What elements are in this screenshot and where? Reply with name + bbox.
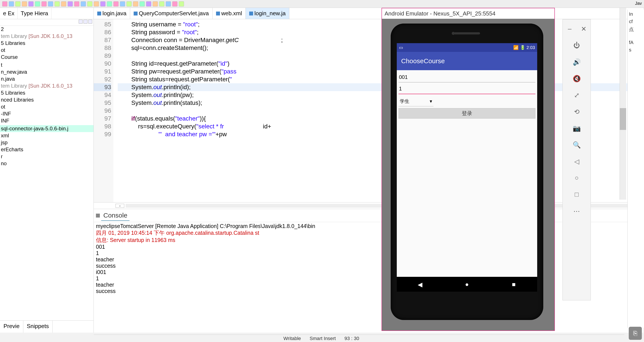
emu-screenshot-icon[interactable]: 📷 — [572, 123, 582, 133]
nav-back-icon[interactable]: ◀ — [417, 281, 423, 288]
tool-icon[interactable] — [87, 1, 92, 6]
java-file-icon — [97, 12, 101, 16]
emu-close-icon[interactable]: ✕ — [578, 24, 589, 34]
tree-item[interactable]: Course — [0, 54, 94, 60]
scroll-left-icon[interactable]: ‹ — [116, 204, 124, 208]
tool-icon[interactable] — [54, 1, 60, 6]
tool-icon[interactable] — [152, 1, 158, 6]
link-editor-icon[interactable] — [79, 20, 83, 24]
editor-tab[interactable]: web.xml — [212, 8, 246, 19]
emu-overview-icon[interactable]: □ — [572, 190, 582, 200]
console-line: 四月 01, 2019 10:45:14 下午 org.apache.catal… — [96, 229, 642, 236]
tree-item[interactable]: no — [0, 160, 94, 167]
tool-icon[interactable] — [74, 1, 79, 6]
emu-rotate-right-icon[interactable]: ⟲ — [572, 106, 582, 116]
remnant-line: s — [628, 46, 643, 54]
emu-more-icon[interactable]: ⋯ — [572, 206, 582, 216]
emu-volume-up-icon[interactable]: 🔊 — [572, 57, 582, 67]
editor-tab[interactable]: QueryComputerServlet.java — [130, 8, 212, 19]
login-button[interactable]: 登录 — [398, 108, 536, 118]
code-editor[interactable]: 858687888990919293949596979899 String us… — [94, 19, 644, 202]
tool-icon[interactable] — [22, 1, 27, 6]
tool-icon[interactable] — [2, 1, 8, 6]
collapse-all-icon[interactable] — [84, 20, 88, 24]
tree-item[interactable]: ot — [0, 103, 94, 110]
tool-icon[interactable] — [120, 1, 125, 6]
usb-tray-icon[interactable]: ⎘ — [629, 327, 642, 340]
scroll-thumb[interactable] — [620, 108, 626, 130]
emu-zoom-icon[interactable]: 🔍 — [572, 140, 582, 150]
perspective-label[interactable]: Jav — [635, 1, 642, 6]
tool-icon[interactable] — [35, 1, 40, 6]
emu-rotate-left-icon[interactable]: ⤢ — [572, 90, 582, 100]
right-v-scrollbar[interactable] — [620, 8, 626, 200]
emu-back-icon[interactable]: ◁ — [572, 156, 582, 166]
tree-item[interactable]: 5 Libraries — [0, 40, 94, 47]
tab-preview[interactable]: Previe — [0, 321, 23, 333]
tool-icon[interactable] — [140, 1, 145, 6]
tree-item[interactable]: n_new.java — [0, 68, 94, 76]
tool-icon[interactable] — [9, 1, 14, 6]
tab-snippets[interactable]: Snippets — [23, 321, 52, 333]
tab-type-hierarchy[interactable]: Type Hiera — [18, 8, 52, 19]
android-emulator-window: Android Emulator - Nexus_5X_API_25:5554 … — [382, 8, 555, 331]
view-menu-icon[interactable] — [88, 20, 92, 24]
tree-item[interactable]: sql-connector-java-5.0.6-bin.j — [0, 125, 94, 132]
phone-camera — [452, 32, 455, 35]
tool-icon[interactable] — [61, 1, 66, 6]
tree-item[interactable]: 2 — [0, 26, 94, 33]
remnant-line — [628, 37, 643, 39]
editor-area: login.javaQueryComputerServlet.javaweb.x… — [94, 8, 644, 333]
project-tree[interactable]: 2tem Library [Sun JDK 1.6.0_13 5 Librari… — [0, 26, 94, 320]
console-output[interactable]: myeclipseTomcatServer [Remote Java Appli… — [94, 222, 644, 333]
username-field[interactable] — [398, 72, 536, 82]
tree-item[interactable]: nced Libraries — [0, 96, 94, 103]
tool-icon[interactable] — [107, 1, 112, 6]
tool-icon[interactable] — [15, 1, 20, 6]
tree-item[interactable]: 5 Libraries — [0, 89, 94, 96]
nav-home-icon[interactable]: ● — [464, 281, 470, 288]
emu-minimize-icon[interactable]: – — [565, 24, 575, 34]
tool-icon[interactable] — [179, 1, 184, 6]
tree-item[interactable]: erEcharts — [0, 146, 94, 153]
tool-icon[interactable] — [146, 1, 151, 6]
tool-icon[interactable] — [81, 1, 86, 6]
tree-item[interactable]: INF — [0, 117, 94, 124]
tree-item[interactable]: -INF — [0, 110, 94, 117]
java-file-icon — [216, 12, 220, 16]
emu-home-icon[interactable]: ○ — [572, 173, 582, 183]
editor-tab[interactable]: login_new.ja — [246, 8, 289, 19]
emu-power-icon[interactable]: ⏻ — [572, 40, 582, 50]
tree-item[interactable]: jsp — [0, 139, 94, 146]
tree-item[interactable]: xml — [0, 132, 94, 139]
tree-item[interactable]: t — [0, 62, 94, 68]
tree-item[interactable]: ot — [0, 47, 94, 54]
editor-tab[interactable]: login.java — [94, 8, 130, 19]
status-time: 2:03 — [526, 45, 535, 50]
tool-icon[interactable] — [42, 1, 47, 6]
emu-volume-down-icon[interactable]: 🔇 — [572, 74, 582, 84]
tool-icon[interactable] — [172, 1, 178, 6]
tool-icon[interactable] — [68, 1, 73, 6]
tool-icon[interactable] — [100, 1, 106, 6]
tree-item[interactable]: n.java — [0, 76, 94, 82]
tool-icon[interactable] — [48, 1, 53, 6]
password-field[interactable] — [398, 84, 536, 94]
tool-icon[interactable] — [159, 1, 164, 6]
tool-icon[interactable] — [126, 1, 132, 6]
tool-icon[interactable] — [113, 1, 118, 6]
tree-item[interactable]: tem Library [Sun JDK 1.6.0_13 — [0, 33, 94, 40]
nav-recent-icon[interactable]: ■ — [510, 281, 517, 288]
role-spinner[interactable]: 学生 ▾ — [398, 96, 434, 106]
tool-icon[interactable] — [133, 1, 138, 6]
chevron-down-icon: ▾ — [430, 98, 432, 104]
tree-item[interactable]: tem Library [Sun JDK 1.6.0_13 — [0, 82, 94, 89]
tool-icon[interactable] — [94, 1, 99, 6]
console-tab[interactable]: Console — [101, 210, 130, 221]
tool-icon[interactable] — [28, 1, 34, 6]
tab-package-explorer[interactable]: e Ex — [0, 8, 18, 19]
tree-item[interactable]: r — [0, 153, 94, 160]
phone-screen[interactable]: ▭ 📶 🔋 2:03 ChooseCourse 学生 ▾ 登录 ◀ — [397, 43, 537, 292]
tool-icon[interactable] — [166, 1, 171, 6]
editor-h-scrollbar[interactable]: ‹ — [94, 202, 644, 209]
